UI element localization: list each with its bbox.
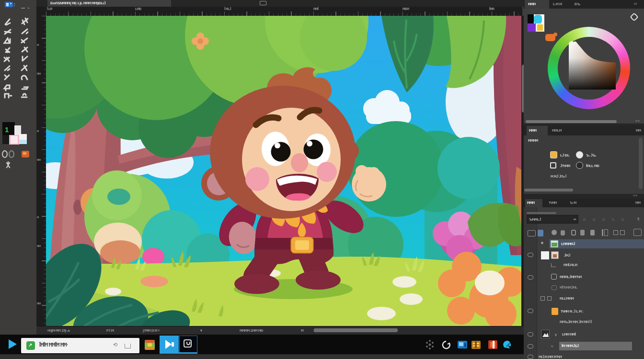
svg-text:1: 1: [5, 125, 9, 134]
